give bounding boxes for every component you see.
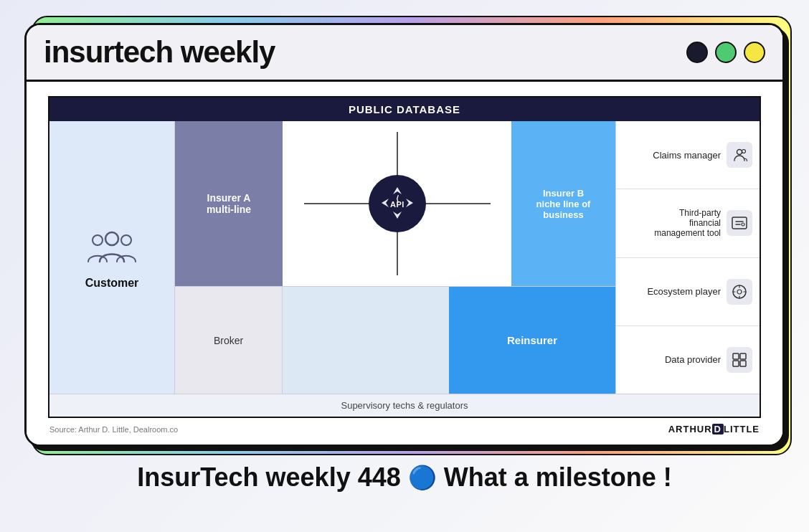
- svg-point-15: [737, 290, 742, 294]
- ecosystem-text: Ecosystem player: [623, 286, 727, 297]
- svg-rect-17: [740, 353, 746, 359]
- broker-box: Broker: [175, 287, 283, 394]
- claims-manager-text: Claims manager: [623, 150, 727, 161]
- insurer-a-label: Insurer Amulti-line: [207, 192, 251, 215]
- bottom-headline: InsurTech weekly 448 🔵 What a milestone …: [137, 462, 672, 493]
- insurer-b-label: Insurer Bniche line ofbusiness: [536, 188, 591, 220]
- api-center: ⟨ API: [283, 121, 511, 286]
- traffic-lights: [686, 42, 765, 63]
- api-label: ⟨ API: [376, 181, 419, 227]
- headline-suffix: What a milestone !: [444, 462, 672, 493]
- svg-rect-12: [732, 217, 747, 229]
- db-header: PUBLIC DATABASE: [49, 98, 760, 121]
- claims-manager-icon: [727, 142, 752, 168]
- svg-text:API: API: [390, 200, 404, 209]
- right-item-data: Data provider: [616, 326, 760, 394]
- customer-icon: [87, 226, 137, 268]
- supervisory-bar: Supervisory techs & regulators: [49, 394, 760, 417]
- header-bar: insurtech weekly: [27, 25, 782, 82]
- reinsurer-box: Reinsurer: [449, 287, 615, 394]
- right-item-financial: Third-partyfinancialmanagement tool: [616, 189, 760, 257]
- source-text: Source: Arthur D. Little, Dealroom.co: [49, 425, 178, 434]
- api-circle: ⟨ API: [369, 175, 426, 232]
- middle-column: Insurer Amulti-line: [175, 121, 616, 394]
- middle-bottom: Broker Reinsurer: [175, 286, 615, 394]
- db-container: PUBLIC DATABASE: [48, 96, 761, 418]
- svg-rect-19: [740, 361, 746, 366]
- ecosystem-icon: [727, 279, 752, 305]
- green-dot: [715, 42, 737, 63]
- right-item-ecosystem: Ecosystem player: [616, 258, 760, 326]
- svg-point-1: [93, 235, 103, 245]
- api-bottom-space: [283, 287, 449, 394]
- main-card: insurtech weekly PUBLIC DATABASE: [24, 23, 785, 447]
- data-provider-icon: [727, 347, 752, 373]
- reinsurer-label: Reinsurer: [507, 334, 557, 346]
- svg-rect-16: [733, 353, 739, 359]
- middle-top: Insurer Amulti-line: [175, 121, 615, 286]
- customer-column: Customer: [49, 121, 175, 394]
- broker-label: Broker: [214, 335, 243, 346]
- arthur-little-branding: ARTHURDLITTLE: [668, 424, 760, 434]
- insurer-b-box: Insurer Bniche line ofbusiness: [511, 121, 615, 286]
- yellow-dot: [744, 42, 765, 63]
- financial-icon: [727, 210, 752, 236]
- svg-point-2: [121, 235, 131, 245]
- svg-point-0: [105, 232, 118, 245]
- source-row: Source: Arthur D. Little, Dealroom.co AR…: [48, 418, 761, 437]
- brand-title: insurtech weekly: [44, 35, 275, 70]
- supervisory-text: Supervisory techs & regulators: [341, 400, 468, 411]
- svg-point-10: [737, 150, 742, 155]
- diagram-area: PUBLIC DATABASE: [27, 82, 782, 445]
- blue-circle-emoji: 🔵: [408, 464, 437, 491]
- right-column: Claims manager Thir: [616, 121, 760, 394]
- svg-point-11: [742, 150, 746, 153]
- right-item-claims: Claims manager: [616, 121, 760, 189]
- dark-dot: [686, 42, 708, 63]
- card-wrapper: insurtech weekly PUBLIC DATABASE: [24, 10, 785, 447]
- headline-text: InsurTech weekly 448: [137, 462, 401, 493]
- db-content: Customer Insurer Amulti-line: [49, 121, 760, 394]
- data-provider-text: Data provider: [623, 354, 727, 365]
- insurer-a-box: Insurer Amulti-line: [175, 121, 283, 286]
- financial-text: Third-partyfinancialmanagement tool: [623, 208, 727, 238]
- svg-rect-18: [733, 361, 739, 366]
- customer-label: Customer: [85, 277, 139, 290]
- svg-point-13: [742, 223, 744, 226]
